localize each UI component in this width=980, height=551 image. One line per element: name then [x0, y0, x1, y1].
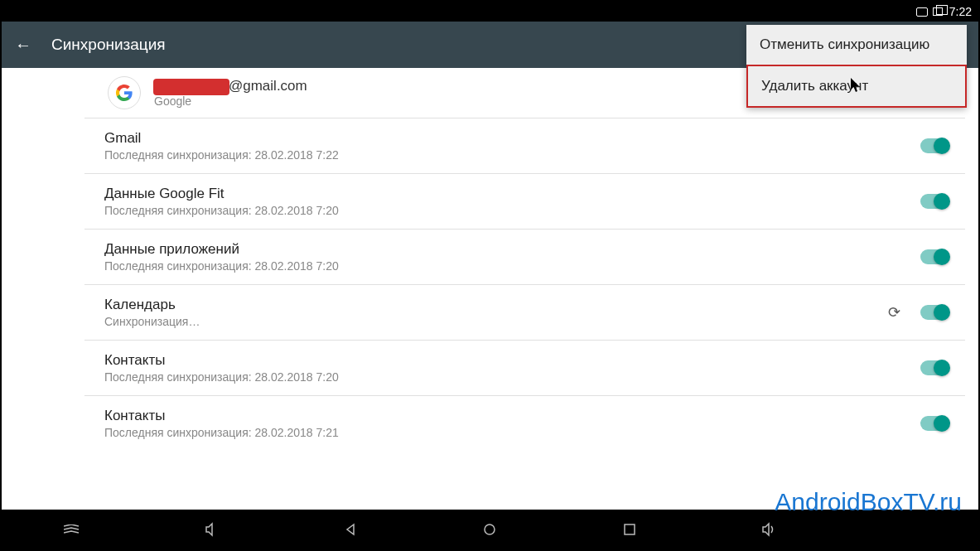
nav-back-icon[interactable]	[326, 523, 375, 536]
sync-title: Данные приложений	[104, 241, 339, 258]
sync-item-googlefit[interactable]: Данные Google Fit Последняя синхронизаци…	[84, 173, 965, 229]
google-logo-icon	[108, 76, 141, 109]
status-time: 7:22	[949, 5, 972, 18]
sync-toggle[interactable]	[920, 416, 949, 431]
svg-rect-1	[625, 524, 635, 534]
sync-title: Контакты	[104, 352, 339, 369]
sync-item-gmail[interactable]: Gmail Последняя синхронизация: 28.02.201…	[84, 118, 965, 173]
nav-home-icon[interactable]	[465, 523, 514, 536]
sync-toggle[interactable]	[920, 305, 949, 320]
svg-point-0	[485, 524, 495, 534]
status-bar: 7:22	[2, 2, 978, 22]
back-arrow-icon[interactable]: ←	[15, 36, 31, 55]
nav-recent-icon[interactable]	[605, 524, 654, 535]
account-email: @gmail.com	[154, 78, 307, 94]
menu-delete-account[interactable]: Удалить аккаунт	[746, 65, 967, 108]
sync-refresh-icon: ⟳	[888, 303, 900, 321]
sync-title: Контакты	[104, 408, 339, 424]
sync-item-calendar[interactable]: Календарь Синхронизация… ⟳	[84, 284, 965, 340]
sync-item-contacts[interactable]: Контакты Последняя синхронизация: 28.02.…	[84, 340, 965, 395]
sync-subtitle: Последняя синхронизация: 28.02.2018 7:20	[104, 204, 339, 217]
watermark-text: AndroidBoxTV.ru	[775, 488, 962, 516]
sync-item-contacts2[interactable]: Контакты Последняя синхронизация: 28.02.…	[84, 395, 965, 451]
volume-down-icon[interactable]	[186, 522, 236, 537]
multiwindow-icon	[933, 7, 943, 16]
nav-drawer-icon[interactable]	[46, 524, 96, 534]
sync-toggle[interactable]	[920, 360, 949, 375]
menu-cancel-sync[interactable]: Отменить синхронизацию	[746, 25, 967, 65]
sync-toggle[interactable]	[920, 249, 949, 264]
sync-subtitle: Последняя синхронизация: 28.02.2018 7:20	[104, 259, 339, 273]
sync-subtitle: Последняя синхронизация: 28.02.2018 7:20	[104, 370, 339, 384]
sync-title: Данные Google Fit	[104, 186, 339, 202]
sync-list: Gmail Последняя синхронизация: 28.02.201…	[2, 118, 978, 451]
volume-up-icon[interactable]	[744, 522, 794, 537]
overflow-menu: Отменить синхронизацию Удалить аккаунт	[746, 25, 967, 108]
cast-icon	[916, 7, 928, 17]
sync-title: Календарь	[104, 297, 200, 313]
sync-title: Gmail	[104, 130, 339, 147]
sync-subtitle: Синхронизация…	[104, 315, 200, 328]
content-area: @gmail.com Google Gmail Последняя синхро…	[2, 68, 978, 513]
account-provider: Google	[154, 94, 307, 108]
page-title: Синхронизация	[51, 36, 166, 54]
sync-subtitle: Последняя синхронизация: 28.02.2018 7:22	[104, 148, 339, 162]
sync-toggle[interactable]	[920, 138, 949, 153]
redacted-text	[154, 80, 229, 94]
sync-item-appdata[interactable]: Данные приложений Последняя синхронизаци…	[84, 229, 965, 284]
sync-subtitle: Последняя синхронизация: 28.02.2018 7:21	[104, 426, 339, 439]
sync-toggle[interactable]	[920, 194, 949, 209]
